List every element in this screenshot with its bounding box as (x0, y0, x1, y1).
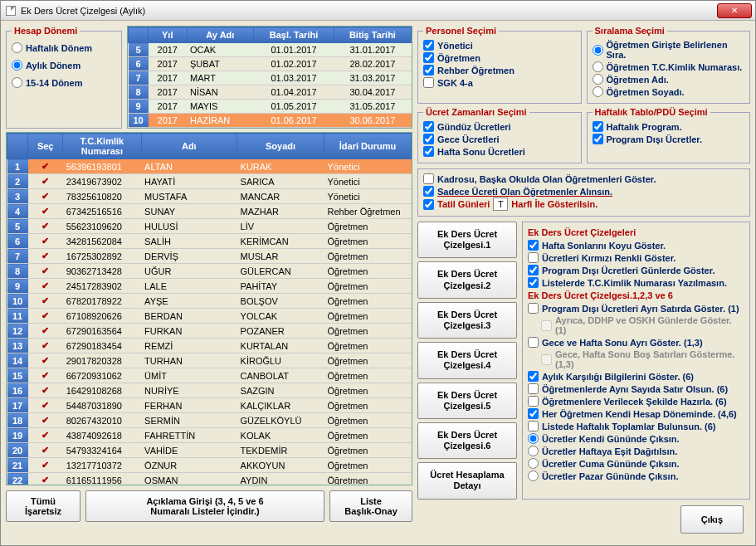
row-check-icon[interactable]: ✔ (28, 189, 63, 204)
table-row[interactable]: 21✔13217710372ÖZNURAKKOYUNÖğretmen (7, 458, 412, 473)
table-row[interactable]: 13✔67290183454REMZİKURTALANÖğretmen (7, 339, 412, 353)
table-row[interactable]: 22✔61165111956OSMANAYDINÖğretmen (7, 473, 412, 486)
table-row[interactable]: 1✔56396193801ALTANKURAKYönetici (7, 159, 412, 174)
siralama-option-3[interactable]: Öğretmen Soyadı. (593, 85, 745, 98)
row-check-icon[interactable]: ✔ (28, 458, 63, 473)
row-check-icon[interactable]: ✔ (28, 339, 63, 353)
group2-radio-1[interactable]: Ücretler Haftaya Eşit Dağıtılsın. (528, 445, 744, 457)
table-row[interactable]: 18✔80267432010SERMİNGÜZELKÖYLÜÖğretmen (7, 413, 412, 428)
month-row[interactable]: 72017MART01.03.201731.03.2017 (129, 71, 412, 85)
row-check-icon[interactable]: ✔ (28, 413, 63, 428)
personel-option-3[interactable]: SGK 4-a (423, 76, 576, 89)
table-row[interactable]: 7✔16725302892DERVİŞMUSLARÖğretmen (7, 249, 412, 264)
row-check-icon[interactable]: ✔ (28, 353, 63, 368)
unmark-all-button[interactable]: Tümü İşaretsiz (6, 490, 80, 522)
group1-check-1[interactable]: Ücretleri Kırmızı Renkli Göster. (528, 251, 744, 264)
action-button-6[interactable]: Ücret Hesaplama Detayı (417, 462, 517, 499)
group2-radio-2[interactable]: Ücretler Cuma Gününde Çıksın. (528, 457, 744, 470)
period-option-1[interactable]: Aylık Dönem (12, 56, 116, 74)
mid-check-0[interactable]: Kadrosu, Başka Okulda Olan Öğretmenleri … (423, 173, 744, 185)
row-check-icon[interactable]: ✔ (28, 159, 63, 174)
table-row[interactable]: 9✔24517283902LALEPAHİTAYÖğretmen (7, 279, 412, 294)
explanation-entry-button[interactable]: Açıklama Girişi (3, 4, 5 ve 6 Numaralı L… (85, 490, 324, 522)
personel-option-0[interactable]: Yönetici (423, 39, 576, 51)
row-check-icon[interactable]: ✔ (28, 249, 63, 264)
zaman-option-0[interactable]: Gündüz Ücretleri (423, 120, 576, 133)
month-row[interactable]: 92017MAYIS01.05.201731.05.2017 (129, 100, 412, 114)
personel-option-1[interactable]: Öğretmen (423, 51, 576, 64)
row-check-icon[interactable]: ✔ (28, 428, 63, 443)
table-row[interactable]: 10✔67820178922AYŞEBOLŞOVÖğretmen (7, 294, 412, 309)
haftalik-option-0[interactable]: Haftalık Program. (593, 120, 745, 133)
group2-check-6[interactable]: Öğretmenlere Verilecek Şekilde Hazırla. … (528, 395, 744, 407)
row-check-icon[interactable]: ✔ (28, 309, 63, 324)
table-row[interactable]: 11✔67108920626BERDANYOLCAKÖğretmen (7, 309, 412, 324)
table-row[interactable]: 20✔54793324164VAHİDETEKDEMİRÖğretmen (7, 443, 412, 458)
group2-radio-0[interactable]: Ücretler Kendi Gününde Çıksın. (528, 432, 744, 445)
mid-check-1[interactable]: Sadece Ücreti Olan Öğretmenler Alınsın. (423, 185, 744, 197)
row-check-icon[interactable]: ✔ (28, 219, 63, 234)
group2-radio-3[interactable]: Ücretler Pazar Gününde Çıksın. (528, 470, 744, 482)
list-header-approve-button[interactable]: Liste Başlık-Onay (329, 490, 412, 522)
group2-check-8[interactable]: Listede Haftalık Toplamlar Bulunsun. (6) (528, 420, 744, 432)
row-check-icon[interactable]: ✔ (28, 294, 63, 309)
siralama-option-1[interactable]: Öğretmen T.C.Kimlik Numarası. (593, 61, 745, 73)
period-option-2[interactable]: 15-14 Dönem (12, 74, 116, 91)
siralama-option-0[interactable]: Öğretmen Girişte Belirlenen Sıra. (593, 39, 745, 61)
exit-button[interactable]: Çıkış (680, 505, 744, 534)
haftalik-option-1[interactable]: Program Dışı Ücretler. (593, 133, 745, 145)
teacher-table[interactable]: SeçT.C.Kimlik NumarasıAdıSoyadıİdari Dur… (6, 132, 412, 485)
tatil-checkbox[interactable] (423, 199, 434, 210)
action-button-1[interactable]: Ek Ders Ücret Çizelgesi.2 (417, 261, 517, 298)
row-check-icon[interactable]: ✔ (28, 234, 63, 249)
month-row[interactable]: 102017HAZİRAN01.06.201730.06.2017 (129, 114, 412, 128)
month-table[interactable]: YılAy AdıBaşl. TarihiBitiş Tarihi52017OC… (127, 26, 412, 129)
group2-check-5[interactable]: Öğretmenlerde Aynı Sayıda Satır Olsun. (… (528, 383, 744, 395)
zaman-option-2[interactable]: Hafta Sonu Ücretleri (423, 145, 576, 158)
row-check-icon[interactable]: ✔ (28, 368, 63, 383)
tatil-letter-input[interactable] (493, 197, 508, 211)
month-row[interactable]: 82017NİSAN01.04.201730.04.2017 (129, 85, 412, 100)
table-row[interactable]: 17✔54487031890FERHANKALÇIKLARÖğretmen (7, 398, 412, 413)
table-row[interactable]: 16✔16429108268NURİYESAZGINÖğretmen (7, 383, 412, 398)
row-check-icon[interactable]: ✔ (28, 324, 63, 339)
action-button-3[interactable]: Ek Ders Ücret Çizelgesi.4 (417, 342, 517, 378)
group2-check-4[interactable]: Aylık Karşılığı Bilgilerini Göster. (6) (528, 370, 744, 383)
group1-check-2[interactable]: Program Dışı Ücretleri Günlerde Göster. (528, 264, 744, 276)
table-row[interactable]: 8✔90362713428UĞURGÜLERCANÖğretmen (7, 264, 412, 279)
action-button-0[interactable]: Ek Ders Ücret Çizelgesi.1 (417, 222, 517, 258)
table-row[interactable]: 2✔23419673902HAYATİSARICAYönetici (7, 174, 412, 189)
table-row[interactable]: 3✔78325610820MUSTAFAMANCARYönetici (7, 189, 412, 204)
table-row[interactable]: 14✔29017820328TURHANKİROĞLUÖğretmen (7, 353, 412, 368)
close-button[interactable]: ✕ (717, 3, 752, 18)
row-check-icon[interactable]: ✔ (28, 204, 63, 219)
table-row[interactable]: 6✔34281562084SALİHKERİMCANÖğretmen (7, 234, 412, 249)
row-check-icon[interactable]: ✔ (28, 398, 63, 413)
table-row[interactable]: 5✔55623109620HULUSİLİVÖğretmen (7, 219, 412, 234)
table-row[interactable]: 15✔66720931062ÜMİTCANBOLATÖğretmen (7, 368, 412, 383)
personel-option-2[interactable]: Rehber Öğretmen (423, 64, 576, 76)
siralama-option-2[interactable]: Öğretmen Adı. (593, 73, 745, 85)
group2-check-2[interactable]: Gece ve Hafta Sonu Ayrı Göster. (1,3) (528, 336, 744, 349)
table-row[interactable]: 12✔67290163564FURKANPOZANERÖğretmen (7, 324, 412, 339)
zaman-option-1[interactable]: Gece Ücretleri (423, 133, 576, 145)
row-check-icon[interactable]: ✔ (28, 473, 63, 486)
action-button-4[interactable]: Ek Ders Ücret Çizelgesi.5 (417, 383, 517, 419)
table-row[interactable]: 4✔67342516516SUNAYMAZHARRehber Öğretmen (7, 204, 412, 219)
row-check-icon[interactable]: ✔ (28, 264, 63, 279)
table-row[interactable]: 19✔43874092618FAHRETTİNKOLAKÖğretmen (7, 428, 412, 443)
month-row[interactable]: 52017OCAK01.01.201731.01.2017 (129, 43, 412, 57)
row-check-icon[interactable]: ✔ (28, 383, 63, 398)
action-button-2[interactable]: Ek Ders Ücret Çizelgesi.3 (417, 302, 517, 339)
group1-check-3[interactable]: Listelerde T.C.Kimlik Numarası Yazılması… (528, 276, 744, 289)
row-check-icon[interactable]: ✔ (28, 279, 63, 294)
group2-check-7[interactable]: Her Öğretmen Kendi Hesap Döneminde. (4,6… (528, 407, 744, 420)
row-check-icon[interactable]: ✔ (28, 174, 63, 189)
month-row[interactable]: 62017ŞUBAT01.02.201728.02.2017 (129, 57, 412, 71)
period-option-0[interactable]: Haftalık Dönem (12, 39, 116, 56)
action-button-5[interactable]: Ek Ders Ücret Çizelgesi.6 (417, 422, 517, 459)
group1-check-0[interactable]: Hafta Sonlarını Koyu Göster. (528, 239, 744, 251)
main-header: Seç (28, 134, 63, 159)
row-check-icon[interactable]: ✔ (28, 443, 63, 458)
group2-check-0[interactable]: Program Dışı Ücretleri Ayrı Satırda Göst… (528, 302, 744, 314)
